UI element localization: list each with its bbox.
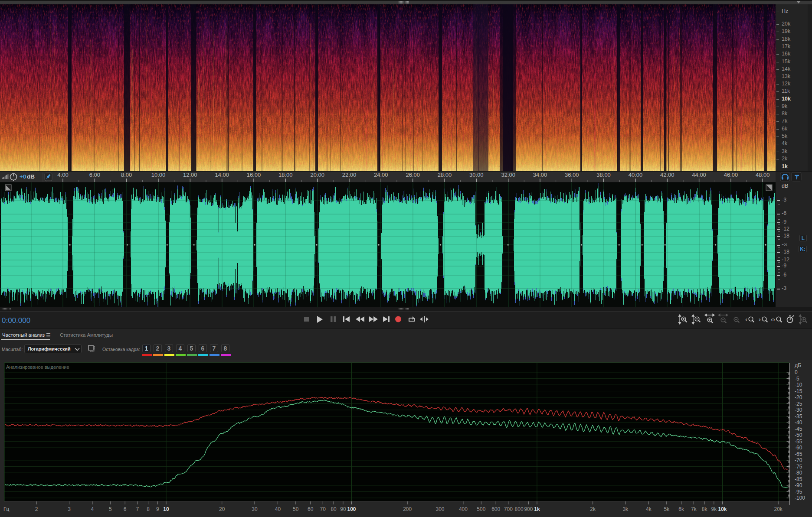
svg-text:7: 7 (136, 506, 139, 512)
svg-text:22:00: 22:00 (342, 172, 357, 178)
svg-text:5: 5 (109, 506, 112, 512)
svg-text:90: 90 (340, 506, 346, 512)
svg-text:-70: -70 (795, 457, 802, 463)
svg-text:24:00: 24:00 (374, 172, 388, 178)
svg-text:-85: -85 (795, 476, 802, 482)
svg-text:3: 3 (68, 506, 71, 512)
svg-text:46:00: 46:00 (724, 172, 738, 178)
svg-text:18:00: 18:00 (278, 172, 293, 178)
svg-text:300: 300 (435, 506, 444, 512)
svg-text:60: 60 (308, 506, 314, 512)
svg-text:8k: 8k (702, 506, 708, 512)
svg-text:10k: 10k (718, 506, 727, 512)
svg-text:4:00: 4:00 (57, 172, 68, 178)
svg-text:32:00: 32:00 (501, 172, 515, 178)
svg-text:34:00: 34:00 (533, 172, 547, 178)
svg-text:5k: 5k (664, 506, 670, 512)
svg-text:500: 500 (477, 506, 485, 512)
svg-text:-5: -5 (795, 376, 799, 382)
svg-text:-100: -100 (795, 495, 805, 501)
svg-text:‹›: ‹› (771, 315, 775, 323)
svg-text:200: 200 (403, 506, 412, 512)
svg-text:4: 4 (91, 506, 94, 512)
svg-text:30:00: 30:00 (469, 172, 484, 178)
svg-text:-45: -45 (795, 426, 802, 432)
svg-text:2: 2 (35, 506, 38, 512)
svg-text:70: 70 (320, 506, 326, 512)
svg-text:-25: -25 (795, 401, 802, 407)
svg-text:3k: 3k (623, 506, 629, 512)
svg-text:40:00: 40:00 (629, 172, 643, 178)
svg-text:-10: -10 (795, 382, 802, 388)
svg-text:9k: 9k (711, 506, 717, 512)
svg-text:4k: 4k (646, 506, 652, 512)
svg-text:14:00: 14:00 (215, 172, 229, 178)
svg-text:20k: 20k (774, 506, 783, 512)
svg-text:400: 400 (459, 506, 468, 512)
svg-text:-90: -90 (795, 482, 802, 488)
svg-text:20: 20 (219, 506, 225, 512)
svg-text:12:00: 12:00 (183, 172, 197, 178)
svg-text:900: 900 (524, 506, 533, 512)
svg-text:-50: -50 (795, 432, 802, 438)
svg-text:-35: -35 (795, 413, 802, 419)
svg-text:800: 800 (515, 506, 524, 512)
svg-text:7k: 7k (691, 506, 697, 512)
svg-text:-65: -65 (795, 451, 802, 457)
svg-text:-30: -30 (795, 407, 802, 413)
svg-text:Гц: Гц (3, 506, 9, 512)
svg-text:30: 30 (252, 506, 258, 512)
svg-text:+0: +0 (20, 173, 26, 180)
svg-text:6: 6 (124, 506, 127, 512)
svg-text:100: 100 (347, 506, 356, 512)
svg-text:-40: -40 (795, 419, 802, 426)
svg-text:6:00: 6:00 (89, 172, 100, 178)
svg-text:26:00: 26:00 (406, 172, 420, 178)
svg-text:1k: 1k (534, 506, 540, 512)
svg-text:10:00: 10:00 (151, 172, 166, 178)
svg-text:›: › (759, 315, 761, 323)
svg-text:-15: -15 (795, 388, 802, 394)
svg-text:0: 0 (795, 369, 798, 375)
svg-text:700: 700 (504, 506, 513, 512)
svg-text:80: 80 (331, 506, 337, 512)
svg-text:дБ: дБ (795, 362, 802, 368)
svg-text:50: 50 (293, 506, 299, 512)
svg-text:9: 9 (156, 506, 159, 512)
svg-text:-60: -60 (795, 445, 802, 451)
svg-text:28:00: 28:00 (438, 172, 452, 178)
svg-text:600: 600 (491, 506, 500, 512)
svg-text:10: 10 (163, 506, 169, 512)
svg-text:‹: ‹ (745, 315, 747, 323)
svg-text:Анализированое выделение: Анализированое выделение (6, 364, 69, 370)
svg-text:-95: -95 (795, 489, 802, 495)
svg-text:48:00: 48:00 (756, 172, 770, 178)
svg-text:44:00: 44:00 (692, 172, 706, 178)
svg-text:-80: -80 (795, 470, 802, 476)
svg-text:20:00: 20:00 (310, 172, 324, 178)
svg-text:42:00: 42:00 (660, 172, 674, 178)
svg-text:8: 8 (147, 506, 150, 512)
svg-text:-20: -20 (795, 394, 802, 400)
svg-text:6k: 6k (678, 506, 684, 512)
svg-text:38:00: 38:00 (596, 172, 611, 178)
svg-text:8:00: 8:00 (121, 172, 132, 178)
svg-text:dB: dB (27, 173, 35, 180)
svg-text:40: 40 (275, 506, 281, 512)
svg-text:16:00: 16:00 (247, 172, 261, 178)
svg-text:-55: -55 (795, 439, 802, 445)
svg-text:-75: -75 (795, 464, 802, 470)
svg-text:36:00: 36:00 (565, 172, 579, 178)
svg-text:2k: 2k (590, 506, 596, 512)
